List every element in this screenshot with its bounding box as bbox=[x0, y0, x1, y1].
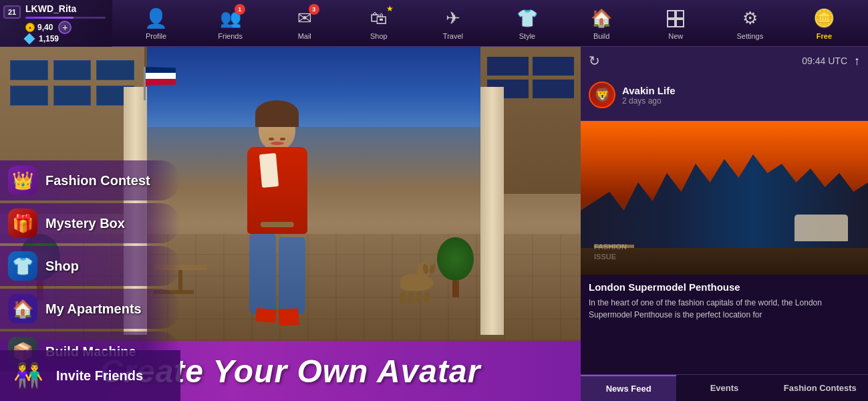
coin-value: 9,40 bbox=[37, 23, 53, 32]
top-nav-bar: 21 LKWD_Rita ● 9,40 + 1,159 👤 Profile 👥 … bbox=[0, 0, 868, 47]
level-badge: 21 bbox=[3, 5, 21, 19]
style-label: Style bbox=[519, 32, 535, 40]
feed-header: ↻ 09:44 UTC ↑ bbox=[581, 47, 868, 75]
bottom-tabs: News Feed Events Fashion Contests bbox=[581, 374, 868, 401]
diamond-value: 1,159 bbox=[39, 34, 59, 43]
apartments-label: My Apartments bbox=[45, 301, 142, 317]
new-label: New bbox=[668, 32, 683, 40]
user-panel: 21 LKWD_Rita ● 9,40 + 1,159 bbox=[0, 0, 112, 47]
upload-arrow-icon: ↑ bbox=[854, 54, 860, 68]
sidebar-item-shop[interactable]: 👕 Shop bbox=[0, 246, 180, 286]
nav-item-travel[interactable]: ✈ Travel bbox=[433, 3, 473, 43]
nav-items: 👤 Profile 👥 1 Friends ✉ 3 Mail 🛍 ★ bbox=[112, 3, 868, 43]
sidebar-item-mystery-box[interactable]: 🎁 Mystery Box bbox=[0, 203, 180, 243]
couch-element bbox=[794, 215, 848, 241]
free-icon: 🪙 bbox=[812, 7, 836, 31]
coin-icon: ● bbox=[25, 23, 35, 32]
nav-item-build[interactable]: 🏠 Build bbox=[581, 3, 621, 43]
post-body: In the heart of one of the fashion capit… bbox=[589, 297, 860, 321]
tab-fashion-contests[interactable]: Fashion Contests bbox=[772, 375, 868, 401]
invite-avatar: 👫 bbox=[8, 356, 48, 396]
avatar-legs bbox=[249, 234, 305, 314]
pillar-right bbox=[480, 87, 504, 335]
travel-icon: ✈ bbox=[441, 7, 465, 31]
post-avatar: 🦁 bbox=[589, 82, 615, 108]
fashion-contest-icon: 👑 bbox=[8, 166, 37, 195]
sidebar-item-my-apartments[interactable]: 🏠 My Apartments bbox=[0, 289, 180, 329]
shop-item-icon: 👕 bbox=[8, 251, 37, 281]
currency-row: ● 9,40 + bbox=[25, 21, 106, 34]
sidebar-menu: 👑 Fashion Contest 🎁 Mystery Box 👕 Shop 🏠… bbox=[0, 47, 180, 401]
new-icon bbox=[664, 7, 688, 31]
friends-icon: 👥 1 bbox=[219, 7, 243, 31]
feed-time: 09:44 UTC bbox=[607, 55, 847, 66]
nav-item-style[interactable]: 👕 Style bbox=[507, 3, 547, 43]
post-author-row: 🦁 Avakin Life 2 days ago bbox=[589, 82, 860, 108]
feed-image-text-overlay: FASHION ISSUE bbox=[594, 242, 627, 261]
tab-events[interactable]: Events bbox=[676, 375, 772, 401]
dog-figure bbox=[400, 274, 434, 304]
nav-item-new[interactable]: New bbox=[656, 3, 696, 43]
xp-bar-fill bbox=[25, 17, 74, 19]
settings-icon: ⚙ bbox=[738, 7, 762, 31]
mail-badge: 3 bbox=[309, 4, 319, 15]
svg-rect-2 bbox=[668, 19, 675, 27]
friends-label: Friends bbox=[218, 32, 243, 40]
mail-label: Mail bbox=[298, 32, 311, 40]
shop-item-label: Shop bbox=[45, 259, 79, 274]
add-currency-button[interactable]: + bbox=[58, 21, 71, 34]
mystery-box-label: Mystery Box bbox=[45, 216, 125, 231]
post-author-info: Avakin Life 2 days ago bbox=[622, 85, 675, 106]
feed-image: FASHION ISSUE bbox=[581, 121, 868, 275]
nav-item-mail[interactable]: ✉ 3 Mail bbox=[285, 3, 325, 43]
mail-icon: ✉ 3 bbox=[293, 7, 317, 31]
style-icon: 👕 bbox=[515, 7, 539, 31]
svg-rect-0 bbox=[668, 11, 675, 18]
sidebar-item-fashion-contest[interactable]: 👑 Fashion Contest bbox=[0, 160, 180, 200]
feed-post: 🦁 Avakin Life 2 days ago bbox=[581, 75, 868, 121]
diamond-row: 1,159 bbox=[25, 34, 106, 43]
tab-news-feed[interactable]: News Feed bbox=[581, 375, 676, 401]
nav-item-friends[interactable]: 👥 1 Friends bbox=[210, 3, 251, 43]
nav-item-free[interactable]: 🪙 Free bbox=[804, 3, 844, 43]
xp-bar bbox=[25, 17, 106, 19]
invite-friends-row[interactable]: 👫 Invite Friends bbox=[0, 350, 180, 401]
avatar-shoes bbox=[256, 309, 299, 325]
refresh-icon[interactable]: ↻ bbox=[589, 53, 600, 69]
nav-item-settings[interactable]: ⚙ Settings bbox=[730, 3, 770, 43]
username-label: LKWD_Rita bbox=[25, 3, 106, 14]
mystery-box-icon: 🎁 bbox=[8, 209, 37, 238]
profile-icon: 👤 bbox=[144, 7, 168, 31]
post-author-name: Avakin Life bbox=[622, 85, 675, 96]
avatar-figure bbox=[210, 107, 344, 341]
diamond-icon bbox=[24, 33, 35, 44]
post-content: London Supermodel Penthouse In the heart… bbox=[581, 275, 868, 327]
svg-rect-1 bbox=[676, 11, 684, 18]
svg-rect-3 bbox=[676, 19, 684, 27]
settings-label: Settings bbox=[736, 32, 763, 40]
right-panel: ↻ 09:44 UTC ↑ 🦁 Avakin Life 2 days ago bbox=[581, 47, 868, 401]
travel-label: Travel bbox=[443, 32, 463, 40]
profile-label: Profile bbox=[146, 32, 166, 40]
invite-friends-label: Invite Friends bbox=[56, 368, 143, 384]
build-label: Build bbox=[593, 32, 609, 40]
post-title: London Supermodel Penthouse bbox=[589, 281, 860, 293]
tree-right bbox=[437, 237, 474, 297]
shop-icon: 🛍 ★ bbox=[367, 7, 391, 31]
nav-item-shop[interactable]: 🛍 ★ Shop bbox=[359, 3, 399, 43]
main-content: Create Your Own Avatar 👑 Fashion Contest… bbox=[0, 47, 868, 401]
new-grid-icon bbox=[666, 9, 685, 28]
free-label: Free bbox=[817, 32, 832, 40]
friends-badge: 1 bbox=[235, 4, 245, 15]
nav-item-profile[interactable]: 👤 Profile bbox=[136, 3, 176, 43]
post-time: 2 days ago bbox=[622, 96, 675, 106]
shop-label: Shop bbox=[370, 32, 388, 40]
apartments-icon: 🏠 bbox=[8, 294, 37, 323]
fashion-contest-label: Fashion Contest bbox=[45, 173, 150, 188]
build-icon: 🏠 bbox=[589, 7, 613, 31]
